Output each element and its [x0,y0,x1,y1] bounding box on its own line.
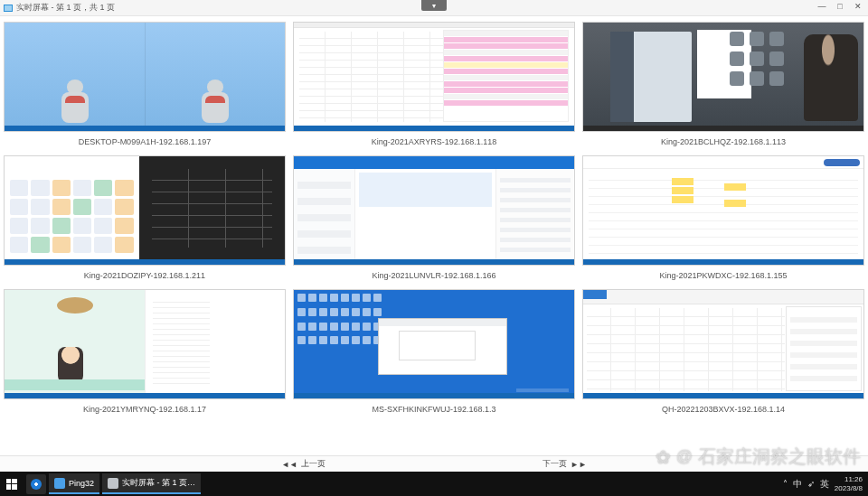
thumb-caption: King-2021YMRYNQ-192.168.1.17 [4,399,286,417]
window-controls: — □ ✕ [814,0,866,13]
window-title: 实时屏幕 - 第 1 页，共 1 页 [16,2,115,14]
tray-ime2-icon[interactable]: ➶ [807,479,815,489]
tray-ime3-icon[interactable]: 英 [820,478,829,491]
system-tray: ˄ 中 ➶ 英 11:26 2023/8/8 [783,475,868,493]
app-icon [4,5,13,12]
app-window: 实时屏幕 - 第 1 页，共 1 页 ▾ — □ ✕ DESKTOP-M099A… [0,0,868,472]
screen-thumb[interactable]: King-2021LUNVLR-192.168.1.166 [293,155,575,284]
minimize-button[interactable]: — [814,0,830,13]
screen-thumb[interactable]: King-2021DOZIPY-192.168.1.211 [4,155,286,284]
thumb-preview [293,155,575,266]
clock-time: 11:26 [844,475,863,484]
taskbar-browser[interactable] [26,474,46,494]
thumb-caption: King-2021BCLHQZ-192.168.1.113 [582,132,864,150]
screen-thumb[interactable]: King-2021AXRYRS-192.168.1.118 [293,22,575,150]
screen-thumb[interactable]: King-2021BCLHQZ-192.168.1.113 [582,22,864,150]
pager: ◄◄ 上一页 下一页 ►► [0,455,868,472]
screen-thumb[interactable]: MS-SXFHKINKFWUJ-192.168.1.3 [293,289,575,417]
screen-thumb[interactable]: QH-20221203BXVX-192.168.1.14 [582,289,864,417]
thumb-caption: QH-20221203BXVX-192.168.1.14 [582,399,864,417]
maximize-button[interactable]: □ [832,0,848,13]
prev-arrow-icon: ◄◄ [281,460,297,469]
screens-grid: DESKTOP-M099A1H-192.168.1.197 King-2021A… [0,16,868,455]
thumb-caption: DESKTOP-M099A1H-192.168.1.197 [4,132,286,150]
prev-page-button[interactable]: ◄◄ 上一页 [281,458,326,470]
thumb-caption: MS-SXFHKINKFWUJ-192.168.1.3 [293,399,575,417]
realtime-icon [108,478,118,489]
thumb-preview [293,22,575,132]
next-page-button[interactable]: 下一页 ►► [542,458,587,470]
titlebar-dropdown[interactable]: ▾ [421,0,447,11]
taskbar-item-ping32[interactable]: Ping32 [49,473,99,494]
thumb-preview [582,289,864,399]
thumb-preview [293,289,575,399]
thumb-caption: King-2021AXRYRS-192.168.1.118 [293,132,575,150]
clock-date: 2023/8/8 [835,484,863,493]
prev-label: 上一页 [301,458,326,470]
thumb-preview [4,289,286,399]
edge-icon [31,479,42,490]
svg-rect-1 [12,479,17,483]
tray-ime-icon[interactable]: 中 [793,478,802,491]
thumb-caption: King-2021PKWDXC-192.168.1.155 [582,266,864,284]
start-button[interactable] [0,472,24,496]
close-button[interactable]: ✕ [850,0,866,13]
next-arrow-icon: ►► [571,460,587,469]
taskbar-item-label: Ping32 [69,479,94,488]
screen-thumb[interactable]: King-2021PKWDXC-192.168.1.155 [582,155,864,284]
screen-thumb[interactable]: King-2021YMRYNQ-192.168.1.17 [4,289,286,417]
thumb-caption: King-2021DOZIPY-192.168.1.211 [4,266,286,284]
svg-rect-3 [12,484,17,490]
titlebar: 实时屏幕 - 第 1 页，共 1 页 ▾ — □ ✕ [0,0,868,16]
tray-overflow-icon[interactable]: ˄ [783,479,788,489]
windows-taskbar: Ping32 实时屏幕 - 第 1 页… ˄ 中 ➶ 英 11:26 2023/… [0,472,868,496]
thumb-preview [4,22,286,132]
svg-rect-2 [6,484,11,490]
tray-clock[interactable]: 11:26 2023/8/8 [835,475,863,493]
thumb-preview [582,155,864,266]
next-label: 下一页 [542,458,567,470]
thumb-preview [4,155,286,266]
thumb-preview [582,22,864,132]
svg-rect-0 [6,479,11,483]
taskbar-item-label: 实时屏幕 - 第 1 页… [122,477,195,489]
taskbar-item-realtime[interactable]: 实时屏幕 - 第 1 页… [102,473,201,494]
ping32-icon [54,478,65,489]
screen-thumb[interactable]: DESKTOP-M099A1H-192.168.1.197 [4,22,286,150]
thumb-caption: King-2021LUNVLR-192.168.1.166 [293,266,575,284]
